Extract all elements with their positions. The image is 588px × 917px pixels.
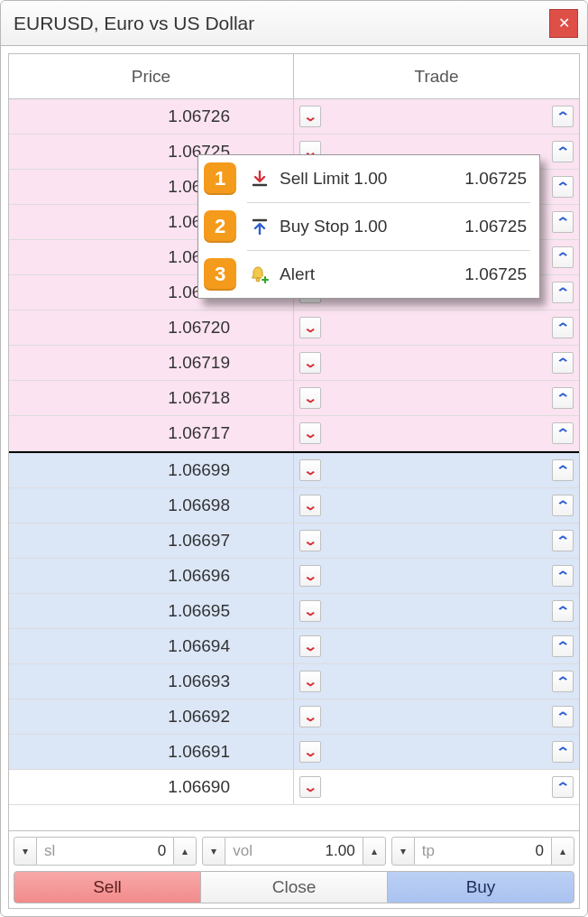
close-position-button[interactable]: Close xyxy=(201,871,387,903)
chevron-up-icon: ⌃ xyxy=(556,569,571,583)
sell-at-price-button[interactable]: ⌄ xyxy=(299,600,321,622)
vol-spinner: ▾ vol 1.00 ▴ xyxy=(202,837,385,866)
price-cell: 1.06717 xyxy=(9,416,294,450)
sell-at-price-button[interactable]: ⌄ xyxy=(299,671,321,692)
sell-at-price-button[interactable]: ⌄ xyxy=(299,635,321,657)
sell-at-price-button[interactable]: ⌄ xyxy=(299,317,321,338)
buy-at-price-button[interactable]: ⌃ xyxy=(552,530,574,551)
buy-at-price-button[interactable]: ⌃ xyxy=(552,106,574,127)
buy-at-price-button[interactable]: ⌃ xyxy=(552,671,574,692)
annotation-marker-2: 2 xyxy=(204,210,236,243)
price-cell: 1.06719 xyxy=(9,346,294,380)
trade-cell: ⌄ ⌃ xyxy=(294,453,579,487)
sell-at-price-button[interactable]: ⌄ xyxy=(299,565,321,587)
header-trade: Trade xyxy=(294,54,579,98)
buy-at-price-button[interactable]: ⌃ xyxy=(552,706,574,727)
chevron-down-icon: ⌄ xyxy=(303,674,318,689)
price-cell: 1.06690 xyxy=(9,770,294,804)
vol-input[interactable]: vol 1.00 xyxy=(225,837,362,866)
footer: ▾ sl 0 ▴ ▾ vol 1.00 ▴ xyxy=(9,830,579,908)
buy-at-price-button[interactable]: ⌃ xyxy=(552,352,574,374)
trade-cell: ⌄ ⌃ xyxy=(294,416,579,450)
table-row: 1.06692 ⌄ ⌃ xyxy=(9,699,579,735)
price-cell: 1.06699 xyxy=(9,453,294,487)
buy-at-price-button[interactable]: ⌃ xyxy=(552,600,574,622)
chevron-up-icon: ⌃ xyxy=(556,144,571,159)
vol-increment-button[interactable]: ▴ xyxy=(363,837,386,866)
menu-item-price: 1.06725 xyxy=(446,264,527,284)
sl-input[interactable]: sl 0 xyxy=(37,837,173,866)
sell-at-price-button[interactable]: ⌄ xyxy=(299,387,321,409)
sell-at-price-button[interactable]: ⌄ xyxy=(299,741,321,763)
context-menu: 1 Sell Limit 1.00 1.06725 2 xyxy=(198,154,540,299)
menu-item-sell-limit[interactable]: 1 Sell Limit 1.00 1.06725 xyxy=(198,155,539,202)
trade-cell: ⌄ ⌃ xyxy=(294,346,579,380)
vol-decrement-button[interactable]: ▾ xyxy=(202,837,225,866)
buy-at-price-button[interactable]: ⌃ xyxy=(552,141,574,162)
sell-at-price-button[interactable]: ⌄ xyxy=(299,106,321,127)
content-area: Price Trade 1.06726 ⌄ ⌃ 1.06725 ⌄ ⌃ xyxy=(1,46,587,916)
trade-cell: ⌄ ⌃ xyxy=(294,699,579,734)
sell-at-price-button[interactable]: ⌄ xyxy=(299,422,321,444)
sl-decrement-button[interactable]: ▾ xyxy=(14,837,37,866)
buy-at-price-button[interactable]: ⌃ xyxy=(552,317,574,338)
menu-item-label: Buy Stop 1.00 xyxy=(280,217,436,236)
sell-at-price-button[interactable]: ⌄ xyxy=(299,495,321,516)
trade-cell: ⌄ ⌃ xyxy=(294,770,579,804)
window-title: EURUSD, Euro vs US Dollar xyxy=(14,13,254,34)
chevron-up-icon: ⌃ xyxy=(556,109,571,124)
sell-at-price-button[interactable]: ⌄ xyxy=(299,459,321,481)
chevron-down-icon: ⌄ xyxy=(303,709,318,724)
buy-at-price-button[interactable]: ⌃ xyxy=(552,282,574,303)
buy-at-price-button[interactable]: ⌃ xyxy=(552,741,574,763)
buy-at-price-button[interactable]: ⌃ xyxy=(552,776,574,798)
buy-at-price-button[interactable]: ⌃ xyxy=(552,495,574,516)
menu-item-buy-stop[interactable]: 2 Buy Stop 1.00 1.06725 xyxy=(198,203,539,250)
buy-at-price-button[interactable]: ⌃ xyxy=(552,635,574,657)
trade-cell: ⌄ ⌃ xyxy=(294,735,579,769)
arrow-up-to-line-icon xyxy=(249,216,271,237)
chevron-up-icon: ⌃ xyxy=(556,391,571,405)
price-cell: 1.06691 xyxy=(9,735,294,769)
chevron-up-icon: ⌃ xyxy=(556,215,571,229)
bell-add-icon xyxy=(249,264,271,285)
buy-at-price-button[interactable]: ⌃ xyxy=(552,422,574,444)
trade-cell: ⌄ ⌃ xyxy=(294,488,579,523)
buy-button[interactable]: Buy xyxy=(387,871,574,903)
menu-item-alert[interactable]: 3 Alert 1.06725 xyxy=(198,251,539,298)
table-row: 1.06693 ⌄ ⌃ xyxy=(9,664,579,699)
sell-at-price-button[interactable]: ⌄ xyxy=(299,706,321,727)
trade-cell: ⌄ ⌃ xyxy=(294,559,579,593)
trade-cell: ⌄ ⌃ xyxy=(294,629,579,663)
sell-at-price-button[interactable]: ⌄ xyxy=(299,352,321,374)
sell-at-price-button[interactable]: ⌄ xyxy=(299,776,321,798)
buy-at-price-button[interactable]: ⌃ xyxy=(552,176,574,198)
close-button[interactable]: ✕ xyxy=(549,9,578,38)
sl-increment-button[interactable]: ▴ xyxy=(173,837,197,866)
tp-increment-button[interactable]: ▴ xyxy=(551,837,574,866)
buy-at-price-button[interactable]: ⌃ xyxy=(552,246,574,268)
sell-at-price-button[interactable]: ⌄ xyxy=(299,530,321,551)
tp-decrement-button[interactable]: ▾ xyxy=(391,837,415,866)
menu-item-label: Sell Limit 1.00 xyxy=(280,169,436,189)
tp-placeholder: tp xyxy=(422,842,435,860)
table-row: 1.06694 ⌄ ⌃ xyxy=(9,629,579,664)
buy-at-price-button[interactable]: ⌃ xyxy=(552,387,574,409)
spinner-row: ▾ sl 0 ▴ ▾ vol 1.00 ▴ xyxy=(14,837,574,866)
trade-cell: ⌄ ⌃ xyxy=(294,310,579,345)
sl-value: 0 xyxy=(158,842,166,860)
chevron-down-icon: ⌄ xyxy=(303,391,318,405)
table-row: 1.06690 ⌄ ⌃ xyxy=(9,770,579,805)
sell-button[interactable]: Sell xyxy=(14,871,201,903)
annotation-marker-1: 1 xyxy=(204,162,236,195)
trade-cell: ⌄ ⌃ xyxy=(294,99,579,134)
buy-at-price-button[interactable]: ⌃ xyxy=(552,565,574,587)
buy-at-price-button[interactable]: ⌃ xyxy=(552,459,574,481)
price-cell: 1.06694 xyxy=(9,629,294,663)
menu-item-label: Alert xyxy=(280,264,436,284)
chevron-down-icon: ⌄ xyxy=(303,463,318,477)
menu-item-price: 1.06725 xyxy=(446,169,527,189)
tp-input[interactable]: tp 0 xyxy=(415,837,551,866)
buy-at-price-button[interactable]: ⌃ xyxy=(552,211,574,233)
table-row: 1.06717 ⌄ ⌃ xyxy=(9,416,579,451)
